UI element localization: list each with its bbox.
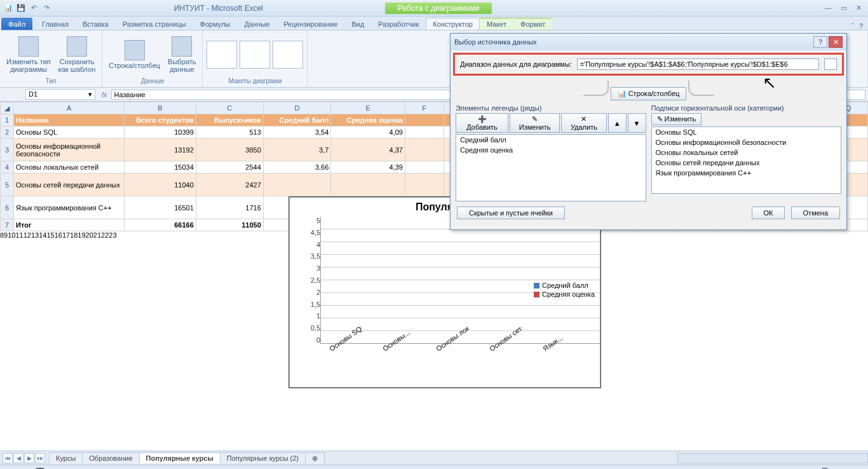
redo-icon[interactable]: ↷ [41,3,52,14]
dialog-close-icon[interactable]: ✕ [829,36,843,48]
tab-format[interactable]: Формат [513,18,552,30]
select-all[interactable]: ◢ [1,102,14,114]
list-item[interactable]: Основы локальных сетей [652,147,841,158]
categories-list[interactable]: Основы SQL Основы информационной безопас… [651,126,842,194]
legend-series-label: Элементы легенды (ряды) [456,104,646,112]
tab-insert[interactable]: Вставка [76,18,116,30]
chart-legend: Средний балл Средняя оценка [534,280,595,299]
chart-x-axis: Основы SQLОсновы...Основы локальных...Ос… [290,344,600,354]
list-item[interactable]: Основы сетей передачи данных [652,158,841,168]
ribbon-group-layouts: Макеты диаграмм [229,78,282,86]
next-sheet-icon[interactable]: ▶ [24,453,34,463]
last-sheet-icon[interactable]: ⏭ [35,453,45,463]
dialog-title: Выбор источника данных [454,38,537,46]
save-template-icon [67,36,87,57]
ribbon-group-data: Данные [141,78,164,86]
col-header-a[interactable]: A [14,102,125,114]
fx-icon[interactable]: fx [98,91,111,99]
list-item[interactable]: Основы информационной безопасности [652,137,841,147]
tab-file[interactable]: Файл [1,18,32,30]
chart-layouts-gallery[interactable] [207,32,303,78]
move-up-button[interactable]: ▲ [608,113,627,133]
sheet-tab-active[interactable]: Популярные курсы [139,452,220,463]
cancel-button[interactable]: Отмена [791,207,840,219]
select-data-source-dialog: Выбор источника данных ? ✕ Диапазон данн… [450,33,847,230]
add-series-button[interactable]: ➕ Добавить [456,113,508,133]
list-item[interactable]: Основы SQL [652,127,841,137]
arrow-left-icon [583,81,609,96]
tab-review[interactable]: Рецензирование [276,18,344,30]
edit-categories-button[interactable]: ✎ Изменить [651,113,702,125]
prev-sheet-icon[interactable]: ◀ [13,453,24,463]
restore-icon[interactable]: ▭ [841,4,847,12]
tab-design[interactable]: Конструктор [426,18,480,30]
list-item[interactable]: Средняя оценка [456,145,646,155]
col-header-c[interactable]: C [196,102,263,114]
col-header-d[interactable]: D [263,102,331,114]
quick-access-toolbar: 📊 💾 ↶ ↷ [3,3,52,14]
edit-series-button[interactable]: ✎ Изменить [510,113,560,133]
tab-view[interactable]: Вид [344,18,371,30]
series-list[interactable]: Средний балл Средняя оценка [456,134,646,201]
chevron-down-icon[interactable]: ▾ [88,90,92,99]
ribbon-group-type: Тип [46,78,57,86]
minimize-ribbon-icon[interactable]: ˇ [851,22,854,30]
save-template-button[interactable]: Сохранить как шаблон [56,35,98,74]
sheet-tab[interactable]: Образование [82,452,139,463]
tab-developer[interactable]: Разработчик [371,18,426,30]
range-picker-icon[interactable] [824,58,837,70]
tab-page-layout[interactable]: Разметка страницы [116,18,193,30]
ribbon-tabs: Файл Главная Вставка Разметка страницы Ф… [0,17,868,31]
list-item[interactable]: Язык программирования C++ [652,168,841,178]
chart-type-icon [18,36,39,57]
sheet-tabs: ⏮ ◀ ▶ ⏭ Курсы Образование Популярные кур… [0,451,868,465]
dialog-help-icon[interactable]: ? [813,36,827,48]
name-box[interactable]: D1▾ [25,89,95,100]
horizontal-scrollbar[interactable] [677,453,868,463]
switch-icon [125,40,145,60]
ok-button[interactable]: ОК [752,207,785,219]
status-bar: Укажите ⬛ ▦ ▤ ▣ 100% − + [0,465,868,469]
first-sheet-icon[interactable]: ⏮ [3,453,13,463]
tab-home[interactable]: Главная [35,18,76,30]
cursor-icon: ↖ [763,73,776,93]
category-axis-label: Подписи горизонтальной оси (категории) [651,104,842,112]
move-down-button[interactable]: ▼ [628,113,646,133]
undo-icon[interactable]: ↶ [28,3,39,14]
sheet-tab[interactable]: Популярные курсы (2) [220,452,306,463]
select-data-button[interactable]: Выбрать данные [165,35,198,74]
col-header-b[interactable]: B [125,102,196,114]
save-icon[interactable]: 💾 [15,3,27,14]
range-label: Диапазон данных для диаграммы: [460,60,572,68]
arrow-right-icon [688,81,714,96]
help-icon[interactable]: ? [859,22,863,30]
change-chart-type-button[interactable]: Изменить тип диаграммы [4,35,53,74]
list-item[interactable]: Средний балл [456,135,646,145]
switch-row-col-button[interactable]: Строка/столбец [106,39,163,71]
minimize-icon[interactable]: — [825,4,832,12]
tab-data[interactable]: Данные [237,18,276,30]
tab-layout[interactable]: Макет [480,18,513,30]
select-data-icon [172,36,192,57]
chart-range-input[interactable] [577,58,819,70]
chart-tools-context: Работа с диаграммами [385,3,492,14]
window-title: ИНТУИТ - Microsoft Excel [52,4,385,13]
close-icon[interactable]: ✕ [856,4,862,12]
new-sheet-icon[interactable]: ⊕ [305,452,325,464]
sheet-tab[interactable]: Курсы [49,452,83,463]
switch-row-col-button[interactable]: 📊 Строка/столбец [611,87,687,100]
chart-y-axis: 54,543,532,521,510,50 [309,217,320,344]
title-bar: 📊 💾 ↶ ↷ ИНТУИТ - Microsoft Excel Работа … [0,0,868,17]
col-header-e[interactable]: E [331,102,405,114]
tab-formulas[interactable]: Формулы [193,18,238,30]
hidden-cells-button[interactable]: Скрытые и пустые ячейки [457,207,565,219]
excel-icon: 📊 [3,3,14,14]
delete-series-button[interactable]: ✕ Удалить [561,113,607,133]
chart-data-range-row: Диапазон данных для диаграммы: [453,53,844,76]
